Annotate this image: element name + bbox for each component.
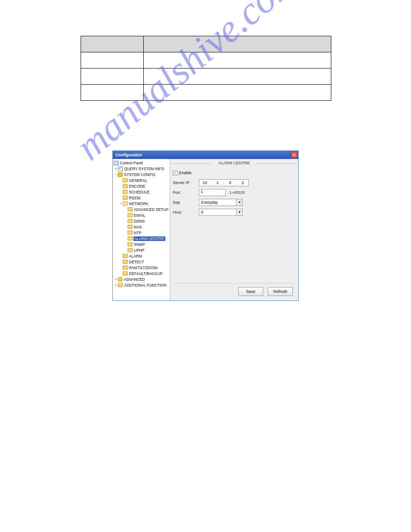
doc-table xyxy=(81,36,331,101)
tree-advanced-setup[interactable]: ADVANCED SETUP xyxy=(113,206,170,212)
tree-ddns[interactable]: DDNS xyxy=(113,218,170,224)
collapse-icon[interactable]: − xyxy=(119,202,123,206)
chevron-down-icon[interactable]: ▾ xyxy=(236,209,242,215)
tree-alarm[interactable]: ALARM xyxy=(113,253,170,259)
server-ip-input[interactable]: 10. 1. 0. 2 xyxy=(199,179,249,186)
collapse-icon[interactable]: − xyxy=(114,172,118,176)
ip-octet-3[interactable]: 0 xyxy=(224,180,236,186)
port-hint: 1~65535 xyxy=(229,190,245,195)
tree-general[interactable]: GENERAL xyxy=(113,177,170,183)
expand-icon[interactable]: + xyxy=(114,283,118,287)
enable-label: Enable xyxy=(179,171,192,175)
button-row: Save Refresh xyxy=(173,283,293,296)
tree-schedule[interactable]: SCHEDULE xyxy=(113,189,170,195)
tree-snmp[interactable]: SNMP xyxy=(113,241,170,247)
hour-value: 8 xyxy=(199,209,236,215)
tree-encode[interactable]: ENCODE xyxy=(113,183,170,189)
tree-default-backup[interactable]: DEFAULT/BACKUP xyxy=(113,270,170,276)
day-value: Everyday xyxy=(199,199,236,206)
hour-select[interactable]: 8 ▾ xyxy=(199,209,243,216)
folder-icon xyxy=(123,254,128,258)
tree-nas[interactable]: NAS xyxy=(113,224,170,230)
tree-email[interactable]: EMAIL xyxy=(113,212,170,218)
tree-system-config[interactable]: −SYSTEM CONFIG xyxy=(113,172,170,177)
tree-ntp[interactable]: NTP xyxy=(113,230,170,236)
port-input[interactable]: 1 xyxy=(199,189,226,196)
folder-icon xyxy=(128,207,133,211)
expand-icon[interactable]: + xyxy=(114,167,118,171)
folder-icon xyxy=(128,248,133,252)
tree-ptz[interactable]: PAN/TILT/ZOOM xyxy=(113,265,170,270)
tree-query-system-info[interactable]: +QUERY SYSTEM INFO xyxy=(113,166,170,172)
tree-control-panel[interactable]: Control Panel xyxy=(113,160,170,166)
panel-title: ALARM CENTRE xyxy=(173,161,295,166)
folder-icon xyxy=(128,225,133,229)
folder-open-icon xyxy=(123,202,128,206)
day-select[interactable]: Everyday ▾ xyxy=(199,199,243,206)
folder-icon xyxy=(128,242,133,246)
settings-panel: ALARM CENTRE ✓ Enable Server IP 10. 1. 0… xyxy=(170,159,298,300)
check-icon xyxy=(118,167,123,171)
folder-icon xyxy=(123,184,128,188)
port-label: Port xyxy=(173,190,199,195)
folder-icon xyxy=(123,260,128,264)
tree-detect[interactable]: DETECT xyxy=(113,259,170,265)
refresh-button[interactable]: Refresh xyxy=(268,287,293,296)
expand-icon[interactable]: + xyxy=(114,277,118,281)
gear-icon xyxy=(118,172,123,177)
folder-icon xyxy=(118,283,123,287)
server-ip-label: Server IP xyxy=(173,180,199,185)
folder-icon xyxy=(123,266,128,270)
day-label: Day xyxy=(173,200,199,205)
folder-icon xyxy=(128,231,133,235)
tree-advanced[interactable]: +ADVANCED xyxy=(113,276,170,282)
cog-icon xyxy=(118,277,123,282)
tree-additional-function[interactable]: +ADDTIONAL FUNCTION xyxy=(113,282,170,288)
folder-icon xyxy=(123,190,128,194)
ip-octet-2[interactable]: 1 xyxy=(212,180,223,186)
tree-network[interactable]: −NETWORK xyxy=(113,201,170,206)
close-icon[interactable]: × xyxy=(291,152,297,158)
folder-icon xyxy=(123,178,128,182)
folder-icon xyxy=(128,213,133,217)
folder-icon xyxy=(123,196,128,200)
hour-label: Hour xyxy=(173,210,199,215)
window-title: Configuration xyxy=(116,153,142,157)
nav-tree: Control Panel +QUERY SYSTEM INFO −SYSTEM… xyxy=(113,159,170,300)
tree-alarm-centre[interactable]: ALARM CENTRE xyxy=(113,236,170,241)
panel-icon xyxy=(114,161,119,165)
save-button[interactable]: Save xyxy=(238,287,263,296)
chevron-down-icon[interactable]: ▾ xyxy=(236,199,242,206)
ip-octet-1[interactable]: 10 xyxy=(199,180,211,186)
folder-icon xyxy=(123,271,128,275)
window-titlebar: Configuration × xyxy=(113,151,298,159)
tree-upnp[interactable]: UPNP xyxy=(113,247,170,253)
config-window: Configuration × Control Panel +QUERY SYS… xyxy=(112,150,299,301)
tree-rs232[interactable]: RS232 xyxy=(113,195,170,201)
folder-icon xyxy=(128,236,133,240)
enable-checkbox[interactable]: ✓ xyxy=(173,171,178,176)
folder-icon xyxy=(128,219,133,223)
ip-octet-4[interactable]: 2 xyxy=(237,180,248,186)
